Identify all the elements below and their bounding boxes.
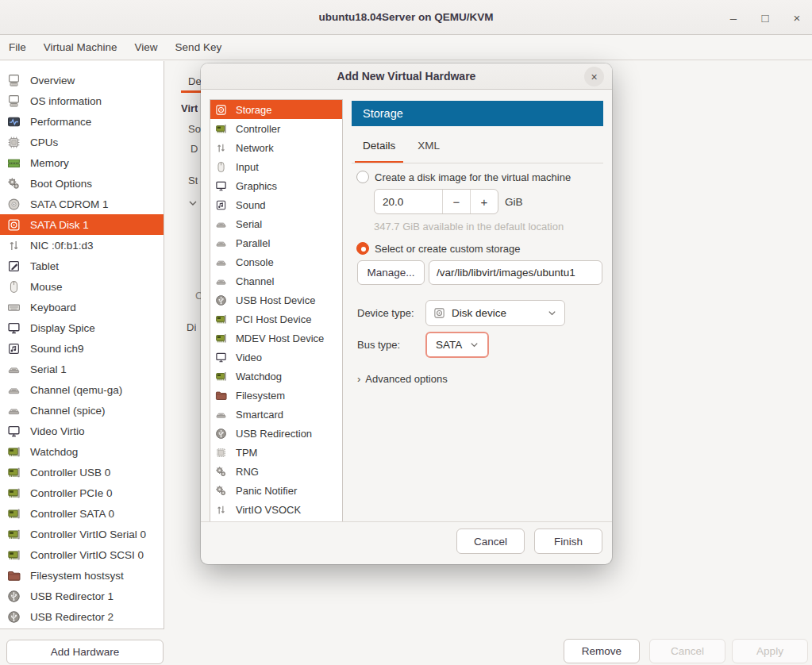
advanced-options-label: Advanced options <box>365 373 447 385</box>
hardware-list-item[interactable]: Serial 1 <box>0 359 164 379</box>
hardware-list-item[interactable]: Controller VirtIO Serial 0 <box>0 524 164 544</box>
hardware-list-item[interactable]: Channel (spice) <box>0 400 164 421</box>
category-list-item[interactable]: Controller <box>210 119 342 138</box>
dialog-titlebar[interactable]: Add New Virtual Hardware × <box>201 63 612 90</box>
hardware-list-item[interactable]: Performance <box>0 111 164 132</box>
menu-item[interactable]: View <box>126 38 167 56</box>
menu-item[interactable]: File <box>0 38 35 56</box>
category-list-item[interactable]: Input <box>210 157 342 176</box>
bus-type-value: SATA <box>436 339 462 351</box>
hardware-list-item[interactable]: SATA Disk 1 <box>0 214 164 235</box>
hardware-list-item[interactable]: SATA CDROM 1 <box>0 194 164 214</box>
category-list-item[interactable]: USB Host Device <box>210 290 342 309</box>
category-list-item[interactable]: MDEV Host Device <box>210 329 342 348</box>
hardware-list-item[interactable]: Controller SATA 0 <box>0 503 164 524</box>
dialog-finish-button[interactable]: Finish <box>534 529 602 554</box>
hardware-list-item[interactable]: Sound ich9 <box>0 338 164 359</box>
hardware-list-item[interactable]: OS information <box>0 90 164 111</box>
occluded-details-tab[interactable]: De <box>188 75 202 87</box>
menu-item[interactable]: Send Key <box>167 38 231 56</box>
hardware-item-label: Boot Options <box>30 178 92 190</box>
category-list-item[interactable]: Video <box>210 348 342 367</box>
create-disk-radio[interactable] <box>356 171 369 183</box>
monitor-icon <box>215 179 229 192</box>
custom-storage-radio[interactable] <box>356 242 369 255</box>
device-type-dropdown[interactable]: Disk device <box>425 300 565 326</box>
spinner-decrement-button[interactable]: − <box>442 190 470 213</box>
dialog-cancel-button[interactable]: Cancel <box>456 529 525 554</box>
hardware-list-item[interactable]: Controller PCIe 0 <box>0 482 164 503</box>
hardware-item-label: SATA CDROM 1 <box>30 198 109 210</box>
minimize-icon[interactable]: – <box>723 7 744 28</box>
hardware-item-label: Filesystem hostsyst <box>30 570 124 582</box>
tab-xml[interactable]: XML <box>406 136 451 160</box>
disk-size-spinner: − + <box>374 189 498 214</box>
hardware-list-item[interactable]: Boot Options <box>0 173 164 194</box>
hardware-list-item[interactable]: Display Spice <box>0 317 164 338</box>
category-item-label: PCI Host Device <box>236 313 311 325</box>
hardware-list-item[interactable]: USB Redirector 2 <box>0 606 164 627</box>
serial-icon <box>215 256 229 268</box>
category-list-item[interactable]: Channel <box>210 271 342 290</box>
menu-item[interactable]: Virtual Machine <box>35 38 126 56</box>
close-icon[interactable]: × <box>787 7 807 28</box>
hardware-list-item[interactable]: Mouse <box>0 276 164 297</box>
occluded-source-label: So <box>188 123 201 135</box>
category-list-item[interactable]: Smartcard <box>210 405 342 424</box>
category-list-item[interactable]: Parallel <box>210 233 342 252</box>
hardware-list-item[interactable]: Video Virtio <box>0 421 164 441</box>
occluded-expander-chevron-icon[interactable] <box>187 198 198 211</box>
hardware-list-item[interactable]: Memory <box>0 152 164 173</box>
hardware-list-item[interactable]: Overview <box>0 70 164 90</box>
category-list-item[interactable]: Graphics <box>210 176 342 195</box>
occluded-storage-label: St <box>188 175 198 186</box>
hardware-list-item[interactable]: Filesystem hostsyst <box>0 565 164 586</box>
spinner-increment-button[interactable]: + <box>470 190 498 213</box>
category-list-item[interactable]: VirtIO VSOCK <box>210 500 342 519</box>
storage-path-input[interactable] <box>429 260 602 285</box>
hardware-list-item[interactable]: CPUs <box>0 132 164 152</box>
window-titlebar[interactable]: ubuntu18.04Server on QEMU/KVM – □ × <box>0 0 812 35</box>
hardware-list-item[interactable]: Channel (qemu-ga) <box>0 379 164 400</box>
create-disk-option[interactable]: Create a disk image for the virtual mach… <box>356 171 571 183</box>
tab-details[interactable]: Details <box>352 136 406 160</box>
category-list-item[interactable]: TPM <box>210 443 342 462</box>
category-list-item[interactable]: Sound <box>210 195 342 214</box>
category-list-item[interactable]: Storage <box>210 100 342 119</box>
hardware-item-label: Display Spice <box>30 322 95 334</box>
custom-storage-option[interactable]: Select or create custom storage <box>356 242 521 255</box>
hardware-list-item[interactable]: NIC :0f:b1:d3 <box>0 235 164 256</box>
category-list-item[interactable]: Serial <box>210 214 342 233</box>
pane-header: Storage <box>352 101 603 126</box>
category-list-item[interactable]: Filesystem <box>210 386 342 405</box>
add-hardware-dialog: Add New Virtual Hardware × Storage Contr… <box>201 63 612 564</box>
hardware-list-item[interactable]: Keyboard <box>0 297 164 317</box>
hardware-item-label: Controller PCIe 0 <box>30 487 113 499</box>
category-list-item[interactable]: Network <box>210 138 342 157</box>
dialog-close-icon[interactable]: × <box>584 67 604 86</box>
hardware-list-item[interactable]: Tablet <box>0 256 164 276</box>
category-item-label: Parallel <box>236 237 270 249</box>
remove-button[interactable]: Remove <box>564 639 640 663</box>
serial-icon <box>215 408 229 421</box>
hardware-list-item[interactable]: Controller VirtIO SCSI 0 <box>0 544 164 565</box>
hardware-list-item[interactable]: USB Redirector 1 <box>0 586 164 606</box>
manage-button[interactable]: Manage... <box>357 260 425 285</box>
category-list-item[interactable]: Panic Notifier <box>210 481 342 500</box>
hardware-list-item[interactable]: Controller USB 0 <box>0 462 164 482</box>
advanced-options-expander[interactable]: › Advanced options <box>357 373 448 385</box>
add-hardware-button[interactable]: Add Hardware <box>6 640 164 664</box>
hardware-list-item[interactable]: Watchdog <box>0 441 164 462</box>
bus-type-dropdown[interactable]: SATA <box>425 332 489 358</box>
category-list-item[interactable]: Console <box>210 252 342 271</box>
category-item-label: Storage <box>236 104 272 116</box>
category-list-item[interactable]: USB Redirection <box>210 424 342 443</box>
category-list-item[interactable]: PCI Host Device <box>210 309 342 329</box>
serial-icon <box>215 217 229 230</box>
available-space-hint: 347.7 GiB available in the default locat… <box>374 221 564 233</box>
maximize-icon[interactable]: □ <box>755 7 775 28</box>
category-list-item[interactable]: Watchdog <box>210 367 342 386</box>
disk-size-input[interactable] <box>375 190 442 213</box>
network-icon <box>215 141 229 154</box>
category-list-item[interactable]: RNG <box>210 462 342 481</box>
